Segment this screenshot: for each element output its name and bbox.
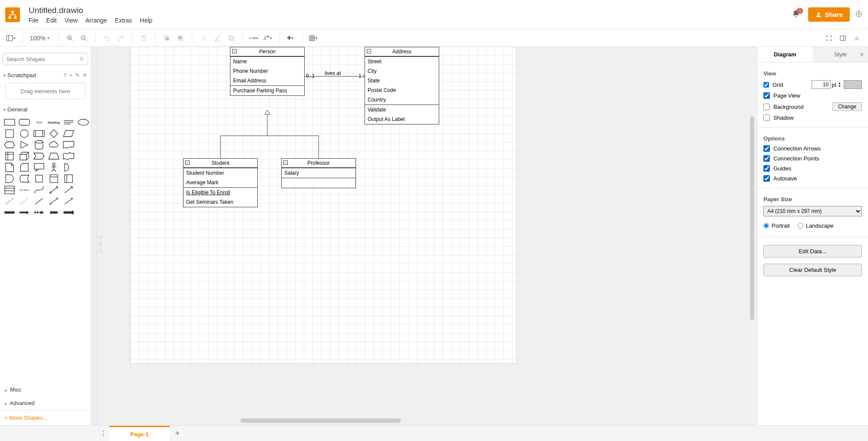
shape-hexagon[interactable] [3, 140, 16, 149]
share-button[interactable]: Share [808, 7, 850, 22]
shape-thick-arrow[interactable] [18, 208, 30, 217]
shape-blank5[interactable] [77, 174, 89, 183]
shape-search[interactable] [3, 53, 88, 65]
assoc-mult-right[interactable]: 1 [358, 73, 362, 79]
shape-process[interactable] [33, 129, 45, 138]
scratchpad-add-icon[interactable]: + [69, 72, 72, 78]
language-button[interactable] [855, 10, 863, 20]
shape-line-bi[interactable] [48, 197, 60, 206]
menu-file[interactable]: File [29, 17, 39, 24]
assoc-mult-left[interactable]: 0..1 [306, 73, 315, 79]
shape-curve[interactable] [33, 186, 45, 194]
shape-titled-container[interactable] [48, 174, 60, 183]
redo-button[interactable] [115, 32, 127, 44]
class-attr[interactable]: Average Mark [184, 178, 257, 187]
conn-arrows-checkbox[interactable] [763, 145, 770, 152]
orientation-landscape[interactable]: Landscape [798, 222, 834, 229]
collapse-toggle[interactable]: – [232, 49, 237, 53]
connection-button[interactable]: ▾ [248, 32, 260, 44]
shape-or[interactable] [62, 163, 75, 172]
menu-extras[interactable]: Extras [115, 17, 132, 24]
shape-internal-storage[interactable] [3, 152, 16, 160]
uml-class-student[interactable]: –Student Student Number Average Mark Is … [183, 158, 258, 207]
grid-checkbox[interactable] [763, 82, 769, 88]
shape-diamond[interactable] [48, 129, 60, 138]
class-attr[interactable]: Country [365, 95, 439, 105]
shape-card[interactable] [18, 163, 30, 172]
collapse-toggle[interactable]: – [367, 49, 371, 53]
page-tabs-overflow[interactable]: ⋮ [97, 426, 109, 441]
shape-container[interactable] [33, 174, 45, 183]
zoom-out-button[interactable] [78, 32, 90, 44]
shape-line[interactable] [33, 197, 45, 206]
notifications-button[interactable]: 1 [792, 10, 800, 20]
grid-size-up[interactable]: ▲ [838, 82, 841, 85]
shape-blank8[interactable] [77, 208, 89, 217]
shape-cloud[interactable] [48, 140, 60, 149]
class-attr[interactable]: Phone Number [230, 66, 304, 76]
shape-parallelogram[interactable] [62, 129, 75, 138]
shape-ellipse[interactable] [77, 118, 89, 127]
to-back-button[interactable] [174, 32, 187, 44]
shape-thick-link[interactable] [3, 208, 16, 217]
class-op[interactable]: Purchase Parking Pass [230, 86, 304, 95]
class-attr[interactable]: Email Address [230, 76, 304, 85]
page-view-checkbox[interactable] [763, 92, 770, 99]
fullscreen-button[interactable] [823, 32, 835, 44]
class-attr[interactable]: City [365, 66, 439, 76]
scratchpad-close-icon[interactable]: ✕ [82, 72, 87, 78]
shape-callout[interactable] [33, 163, 45, 172]
format-panel-toggle[interactable] [837, 32, 849, 44]
tab-diagram[interactable]: Diagram [757, 47, 813, 62]
conn-points-checkbox[interactable] [763, 155, 770, 162]
shape-blank4[interactable] [77, 163, 89, 172]
change-background-button[interactable]: Change [832, 102, 862, 111]
delete-button[interactable] [138, 32, 150, 44]
add-page-button[interactable]: + [170, 426, 185, 441]
class-attr[interactable]: Student Number [184, 168, 257, 178]
class-op[interactable]: Is Eligible To Enroll [184, 188, 257, 197]
to-front-button[interactable] [161, 32, 173, 44]
shape-cube[interactable] [18, 152, 30, 160]
class-op-empty[interactable] [282, 178, 355, 188]
shape-data-storage[interactable] [18, 174, 30, 183]
zoom-in-button[interactable] [64, 32, 76, 44]
shape-square[interactable] [3, 129, 16, 138]
shape-trapezoid[interactable] [48, 152, 60, 160]
page-tab-1[interactable]: Page-1 [109, 426, 170, 441]
menu-help[interactable]: Help [140, 17, 152, 24]
grid-size-down[interactable]: ▼ [838, 85, 841, 88]
menu-view[interactable]: View [65, 17, 78, 24]
collapse-button[interactable] [851, 32, 863, 44]
shape-rounded-rect[interactable] [18, 118, 30, 127]
sidebar-toggle[interactable]: ▾ [5, 32, 17, 44]
menu-edit[interactable]: Edit [46, 17, 57, 24]
edit-data-button[interactable]: Edit Data... [763, 245, 862, 258]
class-op[interactable]: Validate [365, 105, 439, 114]
shape-blank6[interactable] [77, 186, 89, 194]
class-op[interactable]: Get Seminars Taken [184, 197, 257, 207]
shape-thick-bar[interactable] [62, 208, 75, 217]
shape-blank3[interactable] [77, 152, 89, 160]
shadow-checkbox[interactable] [763, 114, 770, 121]
tab-style[interactable]: Style✕ [813, 47, 868, 62]
class-attr[interactable]: Salary [282, 168, 355, 178]
class-op[interactable]: Output As Label [365, 114, 439, 124]
shape-step[interactable] [33, 152, 45, 160]
table-button[interactable]: ▾ [308, 32, 320, 44]
uml-class-professor[interactable]: –Professor Salary [281, 158, 356, 188]
close-icon[interactable]: ✕ [859, 51, 865, 58]
uml-class-person[interactable]: –Person Name Phone Number Email Address … [230, 47, 305, 96]
class-attr[interactable]: Name [230, 57, 304, 66]
scratchpad-edit-icon[interactable]: ✎ [75, 72, 80, 78]
shape-list-item[interactable]: List Item [18, 186, 30, 194]
class-attr[interactable]: Street [365, 57, 439, 66]
line-color-button[interactable] [211, 32, 224, 44]
document-title[interactable]: Untitled.drawio [29, 6, 152, 15]
shape-heading[interactable]: Heading [48, 118, 60, 127]
waypoint-button[interactable]: ▾ [262, 32, 274, 44]
collapse-toggle[interactable]: – [185, 160, 190, 165]
shape-tape[interactable] [62, 152, 75, 160]
page[interactable]: –Person Name Phone Number Email Address … [130, 47, 516, 363]
shape-dir-line[interactable] [62, 197, 75, 206]
